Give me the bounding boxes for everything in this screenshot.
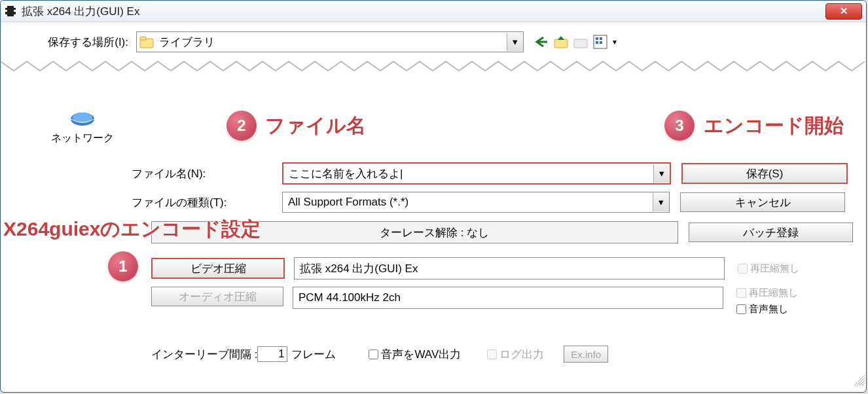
log-output-label: ログ出力 [499, 347, 544, 362]
interlace-text: ターレース解除 : なし [380, 225, 489, 240]
svg-rect-1 [5, 6, 7, 8]
titlebar: 拡張 x264 出力(GUI) Ex ✕ [1, 1, 866, 22]
callout-badge-2: 2 [226, 111, 257, 141]
checkbox-icon[interactable] [369, 349, 378, 359]
close-icon: ✕ [840, 5, 848, 17]
interleave-row: インターリーブ間隔 : フレーム 音声をWAV出力 ログ出力 Ex.info [151, 346, 853, 363]
omitted-content-zigzag [1, 59, 867, 73]
window-title: 拡張 x264 出力(GUI) Ex [22, 4, 825, 19]
audio-codec-value: PCM 44.100kHz 2ch [298, 291, 401, 304]
chevron-down-icon[interactable]: ▾ [653, 164, 670, 183]
callout-text-1: X264guiexのエンコード設定 [3, 216, 261, 243]
svg-rect-5 [14, 10, 16, 12]
interleave-value-input[interactable] [257, 346, 287, 362]
save-location-value: ライブラリ [154, 35, 507, 50]
audio-codec-field: PCM 44.100kHz 2ch [293, 287, 723, 309]
checkbox-icon [738, 264, 748, 274]
svg-rect-10 [574, 39, 587, 48]
network-globe-icon [69, 107, 96, 130]
resize-grip-icon[interactable] [854, 375, 865, 387]
film-icon [5, 5, 16, 17]
new-folder-icon [573, 35, 588, 49]
save-location-row: 保存する場所(I): ライブラリ ▾ ▾ [14, 31, 853, 52]
back-icon[interactable] [534, 35, 549, 49]
filename-label: ファイル名(N): [132, 166, 282, 181]
filetype-combo[interactable]: All Support Formats (*.*) ▾ [282, 192, 670, 213]
window: 拡張 x264 出力(GUI) Ex ✕ 保存する場所(I): ライブラリ ▾ … [0, 0, 867, 393]
svg-rect-4 [14, 6, 16, 8]
cancel-button[interactable]: キャンセル [680, 192, 845, 212]
callout-text-2: ファイル名 [265, 113, 366, 139]
svg-rect-12 [596, 37, 598, 40]
svg-rect-9 [554, 39, 568, 48]
log-output-checkbox: ログ出力 [487, 347, 544, 362]
filetype-value: All Support Formats (*.*) [283, 196, 653, 209]
sidebar-network[interactable]: ネットワーク [27, 107, 138, 145]
svg-rect-3 [5, 14, 7, 16]
video-codec-field: 拡張 x264 出力(GUI) Ex [294, 257, 725, 279]
filetype-label: ファイルの種類(T): [132, 195, 282, 210]
filename-combo[interactable]: ここに名前を入れるよ| ▾ [282, 162, 671, 185]
audio-wav-label: 音声をWAV出力 [381, 347, 461, 362]
audio-none-label: 音声無し [749, 303, 788, 315]
svg-rect-14 [596, 41, 598, 44]
chevron-down-icon[interactable]: ▾ [613, 37, 617, 46]
save-button[interactable]: 保存(S) [681, 163, 848, 184]
audio-comp-row: オーディオ圧縮 PCM 44.100kHz 2ch 再圧縮無し 音声無し [151, 287, 853, 315]
close-button[interactable]: ✕ [825, 3, 862, 20]
network-label: ネットワーク [51, 132, 114, 145]
filetype-row: ファイルの種類(T): All Support Formats (*.*) ▾ … [132, 192, 853, 213]
video-codec-value: 拡張 x264 出力(GUI) Ex [300, 261, 418, 276]
exinfo-button: Ex.info [564, 346, 608, 363]
video-recompress-none-label: 再圧縮無し [750, 262, 799, 275]
svg-rect-2 [5, 10, 7, 12]
audio-compression-button: オーディオ圧縮 [151, 287, 283, 306]
audio-recompress-none-checkbox: 再圧縮無し [736, 287, 798, 299]
checkbox-icon [487, 349, 497, 359]
interleave-unit: フレーム [291, 347, 336, 362]
save-location-label: 保存する場所(I): [14, 35, 136, 50]
callout-badge-1: 1 [108, 251, 138, 281]
filename-row: ファイル名(N): ここに名前を入れるよ| ▾ 保存(S) [132, 162, 853, 185]
up-folder-icon[interactable] [554, 35, 568, 49]
batch-button[interactable]: バッチ登録 [689, 223, 853, 242]
svg-rect-6 [14, 14, 16, 16]
audio-recompress-none-label: 再圧縮無し [749, 287, 798, 299]
dialog-body: 保存する場所(I): ライブラリ ▾ ▾ [1, 22, 866, 389]
filename-value: ここに名前を入れるよ| [283, 166, 653, 181]
checkbox-icon [736, 288, 746, 298]
svg-rect-8 [140, 37, 146, 40]
nav-toolbar: ▾ [534, 35, 617, 49]
svg-rect-15 [600, 41, 602, 44]
svg-rect-13 [600, 37, 602, 40]
chevron-down-icon[interactable]: ▾ [507, 33, 523, 51]
checkbox-icon[interactable] [736, 304, 746, 314]
video-compression-button[interactable]: ビデオ圧縮 [151, 258, 285, 279]
interleave-label: インターリーブ間隔 : [151, 347, 257, 362]
video-comp-row: ビデオ圧縮 拡張 x264 出力(GUI) Ex 再圧縮無し [151, 257, 853, 279]
folder-library-icon [139, 35, 154, 49]
view-menu-icon[interactable] [593, 35, 607, 49]
save-location-combo[interactable]: ライブラリ ▾ [136, 31, 524, 52]
audio-none-checkbox[interactable]: 音声無し [736, 303, 798, 315]
chevron-down-icon[interactable]: ▾ [653, 193, 669, 211]
callout-badge-3: 3 [664, 111, 695, 141]
callout-text-3: エンコード開始 [704, 113, 844, 139]
video-recompress-none-checkbox: 再圧縮無し [738, 262, 799, 275]
audio-wav-checkbox[interactable]: 音声をWAV出力 [369, 347, 461, 362]
